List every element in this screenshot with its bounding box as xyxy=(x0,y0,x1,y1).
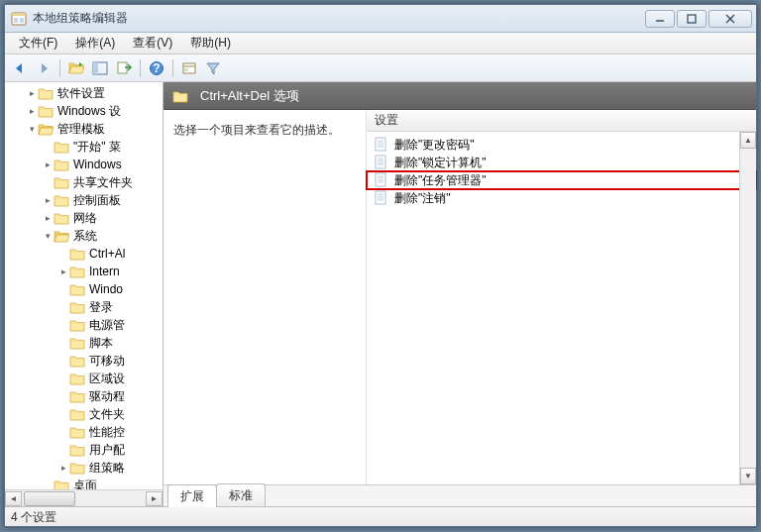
export-button[interactable] xyxy=(113,57,135,79)
minimize-button[interactable] xyxy=(645,10,675,28)
folder-icon xyxy=(54,140,69,154)
status-text: 4 个设置 xyxy=(11,510,56,524)
tree-item-label: 系统 xyxy=(73,228,97,245)
collapse-icon[interactable]: ▾ xyxy=(27,124,37,134)
tree-item[interactable]: ▸共享文件夹 xyxy=(5,173,163,191)
expand-icon[interactable]: ▸ xyxy=(43,160,53,169)
folder-icon xyxy=(69,282,85,296)
tabs-bar: 扩展 标准 xyxy=(163,484,756,506)
folder-icon xyxy=(69,318,85,332)
list-header-label: 设置 xyxy=(375,112,398,129)
tree-item[interactable]: ▸桌面 xyxy=(5,477,163,489)
tree-item-label: 软件设置 xyxy=(57,85,105,102)
expand-icon[interactable]: ▸ xyxy=(27,106,37,116)
folder-icon xyxy=(54,479,69,489)
svg-text:?: ? xyxy=(153,61,160,75)
folder-icon xyxy=(54,175,69,189)
expand-icon[interactable]: ▸ xyxy=(27,88,37,98)
menu-help[interactable]: 帮助(H) xyxy=(182,33,239,53)
titlebar[interactable]: 本地组策略编辑器 xyxy=(5,5,756,33)
app-icon xyxy=(11,11,27,27)
toolbar: ? xyxy=(5,54,756,82)
scroll-right-button[interactable]: ► xyxy=(146,491,163,506)
list-row[interactable]: 删除"锁定计算机" xyxy=(367,154,756,171)
folder-icon xyxy=(69,265,85,278)
tab-extended[interactable]: 扩展 xyxy=(167,484,217,507)
tree-item[interactable]: ▸驱动程 xyxy=(5,387,163,405)
scroll-track[interactable] xyxy=(22,491,146,506)
tree-item[interactable]: ▸组策略 xyxy=(5,459,163,477)
show-hide-tree-button[interactable] xyxy=(89,57,111,79)
tree-item[interactable]: ▸可移动 xyxy=(5,352,163,370)
menu-file[interactable]: 文件(F) xyxy=(11,33,65,53)
setting-icon xyxy=(373,172,388,188)
tree-item-label: 登录 xyxy=(89,299,113,316)
tree-item[interactable]: ▸Ctrl+Al xyxy=(5,245,163,263)
folder-icon xyxy=(54,229,69,243)
path-label: Ctrl+Alt+Del 选项 xyxy=(200,87,299,105)
expand-icon[interactable]: ▸ xyxy=(58,463,68,473)
back-button[interactable] xyxy=(9,57,31,79)
list-row-label: 删除"更改密码" xyxy=(394,137,475,154)
scroll-thumb[interactable] xyxy=(24,491,75,506)
tree-item[interactable]: ▸Windo xyxy=(5,280,163,298)
tree-item[interactable]: ▸用户配 xyxy=(5,441,163,459)
tree-item[interactable]: ▸Windows xyxy=(5,156,163,173)
tree-item-label: 管理模板 xyxy=(57,121,105,138)
tree-item[interactable]: ▸Windows 设 xyxy=(5,102,163,120)
expand-icon[interactable]: ▸ xyxy=(43,195,53,205)
scroll-left-button[interactable]: ◄ xyxy=(5,491,22,506)
tree-item[interactable]: ▸区域设 xyxy=(5,370,163,387)
tree-item-label: 组策略 xyxy=(89,460,125,477)
tree-item-label: 控制面板 xyxy=(73,192,121,209)
tree-item[interactable]: ▾系统 xyxy=(5,227,163,245)
window-title: 本地组策略编辑器 xyxy=(33,10,643,27)
list-vscrollbar[interactable]: ▲ ▼ xyxy=(739,132,756,484)
tree-item[interactable]: ▸网络 xyxy=(5,209,163,227)
maximize-button[interactable] xyxy=(677,10,707,28)
description-hint: 选择一个项目来查看它的描述。 xyxy=(173,122,356,139)
list-items: 删除"更改密码"删除"锁定计算机"删除"任务管理器"删除"注销" xyxy=(367,132,756,484)
tab-standard[interactable]: 标准 xyxy=(216,483,266,506)
scroll-down-button[interactable]: ▼ xyxy=(740,468,756,484)
list-header[interactable]: 设置 xyxy=(367,110,756,132)
expand-icon[interactable]: ▸ xyxy=(43,213,53,223)
expand-icon[interactable]: ▸ xyxy=(58,266,68,276)
scroll-track[interactable] xyxy=(740,149,756,468)
tree-item-label: Ctrl+Al xyxy=(89,247,125,261)
help-button[interactable]: ? xyxy=(146,57,167,79)
forward-button[interactable] xyxy=(33,57,54,79)
list-row[interactable]: 删除"更改密码" xyxy=(367,136,756,154)
collapse-icon[interactable]: ▾ xyxy=(43,231,53,241)
tree-item[interactable]: ▸软件设置 xyxy=(5,84,163,102)
folder-icon xyxy=(69,372,85,385)
folder-icon xyxy=(69,443,85,457)
tree-item[interactable]: ▸文件夹 xyxy=(5,405,163,423)
properties-button[interactable] xyxy=(178,57,200,79)
tree-item[interactable]: ▸登录 xyxy=(5,298,163,316)
tree-item[interactable]: ▸控制面板 xyxy=(5,191,163,209)
tree-item[interactable]: ▾管理模板 xyxy=(5,120,163,138)
tree-item[interactable]: ▸"开始" 菜 xyxy=(5,138,163,156)
up-button[interactable] xyxy=(65,57,87,79)
tree-hscrollbar[interactable]: ◄ ► xyxy=(5,489,163,506)
menu-view[interactable]: 查看(V) xyxy=(125,33,180,53)
scroll-up-button[interactable]: ▲ xyxy=(740,132,756,149)
toolbar-sep xyxy=(172,59,173,77)
close-button[interactable] xyxy=(708,10,752,28)
toolbar-sep xyxy=(140,59,141,77)
list-row[interactable]: 删除"任务管理器" xyxy=(367,171,756,189)
tree-scroll[interactable]: ▸软件设置▸Windows 设▾管理模板▸"开始" 菜▸Windows▸共享文件… xyxy=(5,82,163,489)
tree-item[interactable]: ▸性能控 xyxy=(5,423,163,441)
tree-item-label: Windows 设 xyxy=(57,103,121,120)
tree-item[interactable]: ▸脚本 xyxy=(5,334,163,352)
setting-icon xyxy=(373,155,388,170)
folder-icon xyxy=(54,158,69,171)
menubar: 文件(F) 操作(A) 查看(V) 帮助(H) xyxy=(5,33,756,54)
list-row[interactable]: 删除"注销" xyxy=(367,189,756,207)
tree-item[interactable]: ▸电源管 xyxy=(5,316,163,334)
filter-button[interactable] xyxy=(202,57,224,79)
menu-action[interactable]: 操作(A) xyxy=(67,33,123,53)
folder-icon xyxy=(69,336,85,350)
tree-item[interactable]: ▸Intern xyxy=(5,263,163,280)
